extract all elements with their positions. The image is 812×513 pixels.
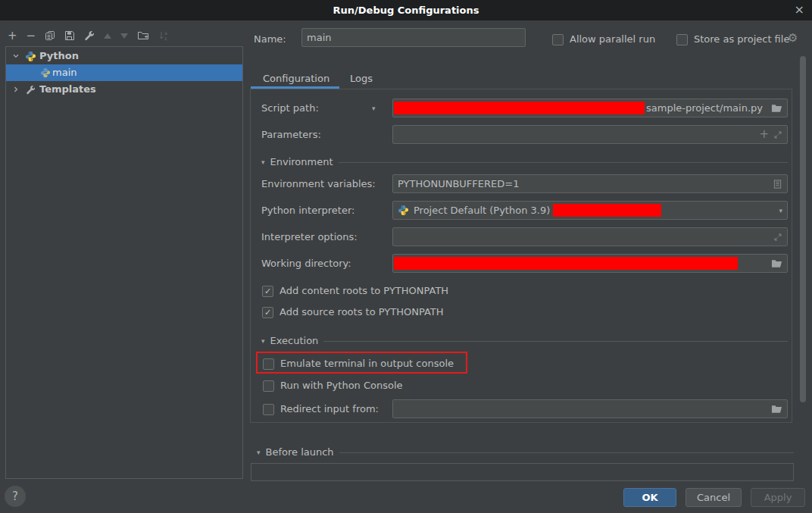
- redaction-block: [394, 102, 645, 114]
- close-icon[interactable]: ×: [795, 2, 804, 17]
- environment-section-header[interactable]: ▾ Environment: [261, 155, 788, 169]
- add-source-roots-label: Add source roots to PYTHONPATH: [280, 305, 444, 319]
- cancel-button[interactable]: Cancel: [686, 488, 742, 507]
- interpreter-options-label: Interpreter options:: [261, 230, 358, 244]
- folder-icon[interactable]: [771, 259, 782, 268]
- python-script-icon: [40, 67, 51, 78]
- run-with-python-console-label: Run with Python Console: [280, 379, 403, 393]
- section-divider: [323, 341, 788, 342]
- before-launch-task-list[interactable]: [251, 463, 794, 481]
- tab-logs[interactable]: Logs: [350, 73, 373, 84]
- section-collapse-icon[interactable]: ▾: [261, 159, 265, 166]
- interpreter-options-field[interactable]: [392, 227, 788, 246]
- store-as-project-file-option[interactable]: Store as project file: [676, 33, 789, 46]
- section-collapse-icon[interactable]: ▾: [261, 338, 265, 345]
- chevron-down-icon[interactable]: [12, 52, 20, 60]
- redirect-input-checkbox[interactable]: [263, 404, 274, 415]
- tree-item-label: Templates: [39, 83, 96, 96]
- edit-templates-wrench-icon[interactable]: [84, 30, 95, 41]
- script-path-label: Script path:: [261, 102, 319, 115]
- store-as-project-file-label: Store as project file: [694, 33, 789, 46]
- allow-parallel-run-checkbox[interactable]: [552, 34, 564, 45]
- allow-parallel-run-label: Allow parallel run: [570, 33, 655, 46]
- python-interpreter-combobox[interactable]: Project Default (Python 3.9) ▾: [392, 201, 788, 220]
- expand-field-icon[interactable]: [773, 130, 782, 139]
- expand-field-icon[interactable]: [773, 233, 782, 242]
- run-with-python-console-option[interactable]: Run with Python Console: [263, 379, 403, 393]
- copy-configuration-icon[interactable]: [45, 30, 55, 41]
- python-icon: [398, 205, 409, 216]
- add-content-roots-option[interactable]: ✓ Add content roots to PYTHONPATH: [262, 284, 448, 298]
- script-path-dropdown-icon[interactable]: ▾: [372, 105, 376, 112]
- section-divider: [339, 162, 788, 163]
- interpreter-dropdown-icon[interactable]: ▾: [779, 207, 782, 214]
- environment-variables-field[interactable]: PYTHONUNBUFFERED=1: [392, 174, 788, 193]
- checkmark-icon: ✓: [264, 287, 271, 296]
- add-content-roots-checkbox[interactable]: ✓: [262, 286, 273, 297]
- templates-wrench-icon: [26, 85, 36, 95]
- checkmark-icon: ✓: [264, 308, 271, 317]
- redaction-block: [553, 204, 661, 217]
- configurations-toolbar: + − a z: [8, 29, 169, 42]
- tab-logs-label: Logs: [350, 73, 373, 84]
- tree-item-python[interactable]: Python: [6, 48, 242, 64]
- section-collapse-icon[interactable]: ▾: [257, 449, 261, 456]
- macros-plus-icon[interactable]: +: [759, 129, 769, 140]
- before-launch-section-label: Before launch: [266, 446, 334, 459]
- name-input[interactable]: [301, 28, 526, 47]
- move-up-icon[interactable]: [104, 33, 111, 39]
- python-interpreter-label: Python interpreter:: [261, 204, 354, 217]
- tree-item-templates[interactable]: Templates: [6, 81, 242, 98]
- move-down-icon[interactable]: [120, 33, 128, 39]
- redirect-input-label: Redirect input from:: [280, 402, 379, 416]
- dialog-titlebar: Run/Debug Configurations: [0, 0, 812, 20]
- python-interpreter-value: Project Default (Python 3.9): [414, 205, 550, 216]
- redaction-block: [394, 257, 738, 270]
- emulate-terminal-option[interactable]: Emulate terminal in output console: [263, 357, 454, 371]
- remove-configuration-icon[interactable]: −: [27, 30, 36, 42]
- emulate-terminal-label: Emulate terminal in output console: [280, 357, 454, 371]
- environment-section-label: Environment: [270, 155, 333, 169]
- emulate-terminal-checkbox[interactable]: [263, 358, 274, 370]
- apply-button[interactable]: Apply: [751, 488, 805, 507]
- dialog-title: Run/Debug Configurations: [333, 5, 479, 16]
- save-configuration-icon[interactable]: [64, 30, 75, 41]
- folder-icon[interactable]: [771, 104, 782, 113]
- chevron-right-icon[interactable]: [12, 86, 20, 93]
- configurations-tree-panel: Python main Templates: [5, 46, 243, 479]
- redirect-input-option[interactable]: Redirect input from:: [263, 402, 379, 416]
- name-label: Name:: [254, 33, 286, 46]
- before-launch-section-header[interactable]: ▾ Before launch: [257, 446, 794, 459]
- help-icon[interactable]: ?: [5, 486, 26, 507]
- script-path-visible-text: sample-project/main.py: [646, 102, 763, 114]
- python-icon: [25, 51, 36, 62]
- allow-parallel-run-option[interactable]: Allow parallel run: [552, 33, 655, 46]
- sort-alphabetically-icon[interactable]: a z: [158, 30, 169, 41]
- add-configuration-icon[interactable]: +: [8, 30, 17, 42]
- folder-icon[interactable]: [771, 405, 782, 414]
- vertical-scrollbar[interactable]: [800, 56, 806, 402]
- section-divider: [339, 452, 794, 453]
- working-directory-label: Working directory:: [261, 257, 351, 271]
- run-debug-configurations-dialog: Run/Debug Configurations × + − a z: [0, 0, 812, 513]
- ok-button[interactable]: OK: [623, 488, 676, 507]
- redirect-input-field[interactable]: [392, 399, 788, 418]
- tab-configuration[interactable]: Configuration: [263, 73, 329, 84]
- parameters-field[interactable]: +: [392, 125, 788, 144]
- working-directory-field[interactable]: [392, 254, 788, 273]
- add-content-roots-label: Add content roots to PYTHONPATH: [280, 284, 448, 298]
- edit-variables-list-icon[interactable]: [773, 179, 782, 189]
- add-source-roots-checkbox[interactable]: ✓: [262, 307, 273, 318]
- parameters-label: Parameters:: [261, 128, 321, 142]
- gear-icon[interactable]: ⚙: [788, 31, 798, 45]
- tree-item-main-selected[interactable]: main: [6, 64, 242, 81]
- execution-section-header[interactable]: ▾ Execution: [261, 334, 788, 348]
- run-with-python-console-checkbox[interactable]: [263, 380, 274, 392]
- script-path-field[interactable]: sample-project/main.py: [392, 99, 788, 117]
- execution-section-label: Execution: [270, 334, 319, 348]
- svg-text:z: z: [164, 36, 167, 41]
- store-as-project-file-checkbox[interactable]: [676, 34, 688, 45]
- environment-variables-label: Environment variables:: [261, 177, 376, 191]
- add-source-roots-option[interactable]: ✓ Add source roots to PYTHONPATH: [262, 305, 444, 319]
- new-folder-icon[interactable]: [137, 30, 149, 41]
